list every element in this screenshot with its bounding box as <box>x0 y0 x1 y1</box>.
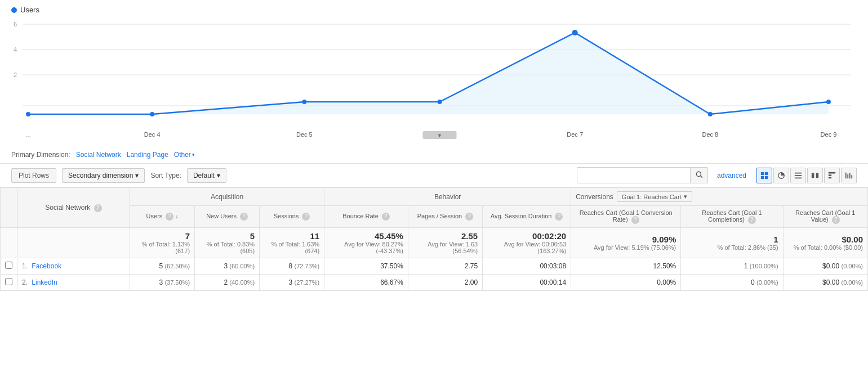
totals-row: 7 % of Total: 1.13% (617) 5 % of Total: … <box>1 228 868 258</box>
svg-rect-41 <box>849 173 851 178</box>
new-users-help-icon[interactable]: ? <box>240 213 248 221</box>
dimension-landing-page[interactable]: Landing Page <box>127 151 168 159</box>
row2-reaches-cart-value-cell: $0.00 (0.00%) <box>783 275 867 291</box>
th-bounce-rate: Bounce Rate ? <box>324 206 408 228</box>
secondary-dimension-dropdown[interactable]: Secondary dimension ▾ <box>62 168 145 183</box>
chart-svg: 6 4 2 ... Dec 4 Dec 5 Dec 6 Dec 7 Dec 8 … <box>11 19 857 142</box>
table-row: 2. LinkedIn 3 (37.50%) 2 (40.00%) 3 (27.… <box>1 275 868 291</box>
th-sessions: Sessions ? <box>260 206 324 228</box>
row2-reaches-cart-completions-cell: 0 (0.00%) <box>681 275 783 291</box>
search-button[interactable] <box>690 168 707 183</box>
svg-point-13 <box>708 112 713 116</box>
view-icons <box>756 168 857 183</box>
svg-rect-36 <box>829 172 835 173</box>
row2-social-cell: 2. LinkedIn <box>17 275 130 291</box>
th-reaches-cart-value: Reaches Cart (Goal 1 Value) ? <box>783 206 867 228</box>
svg-line-25 <box>701 176 702 178</box>
total-reaches-cart-rate-cell: 9.09% Avg for View: 5.19% (75.06%) <box>571 228 681 258</box>
svg-point-10 <box>302 100 306 104</box>
svg-rect-37 <box>829 174 831 176</box>
avg-session-help-icon[interactable]: ? <box>555 213 563 221</box>
svg-rect-34 <box>812 173 814 178</box>
row1-checkbox[interactable] <box>5 262 12 269</box>
th-acquisition-group: Acquisition <box>130 188 324 206</box>
svg-rect-28 <box>761 176 764 178</box>
row2-reaches-cart-rate-cell: 0.00% <box>571 275 681 291</box>
plot-rows-button[interactable]: Plot Rows <box>11 168 56 183</box>
reaches-cart-value-help-icon[interactable]: ? <box>832 216 840 224</box>
svg-rect-42 <box>851 175 852 178</box>
users-sort-arrow[interactable]: ↓ <box>175 213 178 219</box>
row2-checkbox-cell <box>1 275 17 291</box>
view-pivot-icon[interactable] <box>824 168 840 183</box>
total-avg-session-cell: 00:02:20 Avg for View: 00:00:53 (163.27%… <box>483 228 571 258</box>
toolbar: Plot Rows Secondary dimension ▾ Sort Typ… <box>0 163 868 187</box>
total-label-cell <box>17 228 130 258</box>
th-users: Users ? ↓ <box>130 206 195 228</box>
row2-checkbox[interactable] <box>5 278 12 285</box>
row1-social-cell: 1. Facebook <box>17 258 130 275</box>
other-dropdown-arrow: ▾ <box>192 152 195 158</box>
svg-rect-31 <box>795 172 802 173</box>
row1-reaches-cart-rate-cell: 12.50% <box>571 258 681 275</box>
svg-text:Dec 5: Dec 5 <box>296 131 313 138</box>
svg-rect-35 <box>816 173 818 178</box>
row2-new-users-cell: 2 (40.00%) <box>195 275 260 291</box>
table-row: 1. Facebook 5 (62.50%) 3 (60.00%) 8 (72.… <box>1 258 868 275</box>
th-conversions-group: Conversions Goal 1: Reaches Cart ▾ <box>571 188 868 206</box>
view-compare-icon[interactable] <box>807 168 823 183</box>
view-custom-icon[interactable] <box>841 168 857 183</box>
goal-badge[interactable]: Goal 1: Reaches Cart ▾ <box>617 191 692 202</box>
row1-avg-session-cell: 00:03:08 <box>483 258 571 275</box>
reaches-cart-rate-help-icon[interactable]: ? <box>631 216 639 224</box>
row1-pages-session-cell: 2.75 <box>408 258 482 275</box>
dimension-social-network[interactable]: Social Network <box>76 151 121 159</box>
th-pages-session: Pages / Session ? <box>408 206 482 228</box>
view-grid-icon[interactable] <box>756 168 772 183</box>
svg-rect-39 <box>845 172 847 178</box>
sort-type-label: Sort Type: <box>150 172 181 179</box>
row2-linkedin-link[interactable]: LinkedIn <box>32 278 57 286</box>
view-list-icon[interactable] <box>790 168 806 183</box>
th-reaches-cart-completions: Reaches Cart (Goal 1 Completions) ? <box>681 206 783 228</box>
svg-text:Dec 4: Dec 4 <box>144 131 161 138</box>
row1-checkbox-cell <box>1 258 17 275</box>
svg-text:Dec 7: Dec 7 <box>567 131 583 138</box>
dimension-other[interactable]: Other ▾ <box>174 151 195 159</box>
svg-text:4: 4 <box>14 46 17 53</box>
svg-point-9 <box>150 112 154 116</box>
reaches-cart-completions-help-icon[interactable]: ? <box>748 216 756 224</box>
svg-rect-29 <box>765 176 768 178</box>
svg-rect-40 <box>847 174 848 178</box>
primary-dimension-label: Primary Dimension: <box>11 151 70 159</box>
svg-rect-26 <box>761 172 764 174</box>
total-bounce-rate-cell: 45.45% Avg for View: 80.27% (-43.37%) <box>324 228 408 258</box>
goal-badge-arrow: ▾ <box>684 193 687 200</box>
total-reaches-cart-completions-cell: 1 % of Total: 2.86% (35) <box>681 228 783 258</box>
svg-point-14 <box>826 100 831 104</box>
row1-users-cell: 5 (62.50%) <box>130 258 195 275</box>
total-reaches-cart-value-cell: $0.00 % of Total: 0.00% ($0.00) <box>783 228 867 258</box>
row1-facebook-link[interactable]: Facebook <box>32 262 61 270</box>
row1-bounce-rate-cell: 37.50% <box>324 258 408 275</box>
total-new-users-cell: 5 % of Total: 0.83% (605) <box>195 228 260 258</box>
svg-rect-38 <box>829 177 831 178</box>
users-help-icon[interactable]: ? <box>166 213 173 221</box>
row1-new-users-cell: 3 (60.00%) <box>195 258 260 275</box>
svg-text:Dec 9: Dec 9 <box>821 131 837 138</box>
th-social-network: Social Network ? <box>17 188 130 228</box>
pages-session-help-icon[interactable]: ? <box>465 213 473 221</box>
total-pages-session-cell: 2.55 Avg for View: 1.63 (56.54%) <box>408 228 482 258</box>
th-new-users: New Users ? <box>195 206 260 228</box>
sessions-help-icon[interactable]: ? <box>302 213 310 221</box>
svg-point-12 <box>572 30 578 35</box>
view-pie-icon[interactable] <box>773 168 789 183</box>
data-table: Social Network ? Acquisition Behavior Co… <box>0 187 868 291</box>
bounce-rate-help-icon[interactable]: ? <box>382 213 390 221</box>
search-input[interactable] <box>577 169 690 182</box>
svg-point-8 <box>26 112 30 116</box>
social-network-help-icon[interactable]: ? <box>94 204 102 212</box>
advanced-link[interactable]: advanced <box>717 172 746 179</box>
sort-default-dropdown[interactable]: Default ▾ <box>187 168 226 183</box>
row2-avg-session-cell: 00:00:14 <box>483 275 571 291</box>
